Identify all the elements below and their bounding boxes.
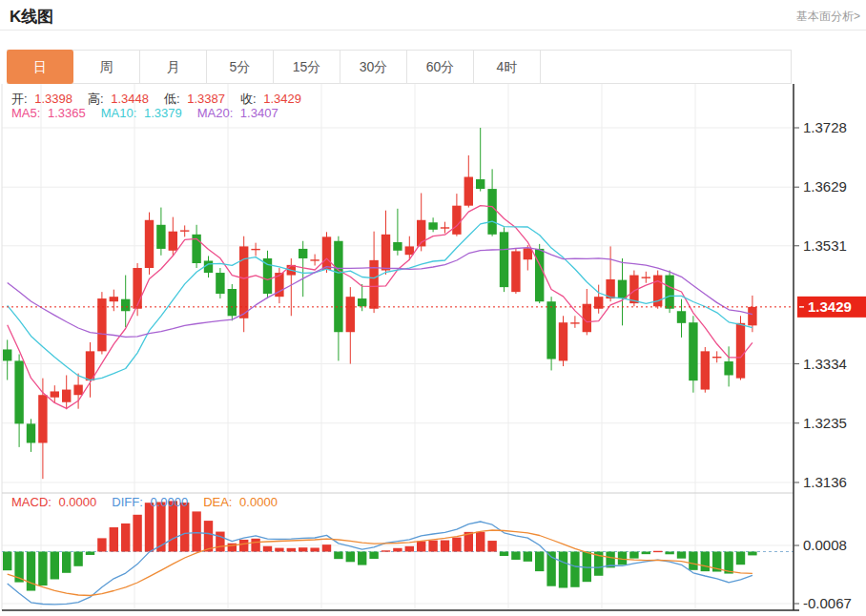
tab-30分[interactable]: 30分	[340, 51, 407, 83]
macd-bar	[476, 532, 485, 552]
candle	[570, 322, 579, 323]
candle	[748, 307, 756, 325]
candle	[216, 273, 224, 294]
macd-bar	[500, 552, 508, 557]
macd-bar	[642, 552, 650, 555]
candle	[500, 232, 508, 287]
macd-bar	[180, 503, 189, 551]
candle	[358, 298, 366, 306]
macd-tick-label: -0.0067	[803, 595, 852, 611]
macd-bar	[145, 503, 154, 551]
candle	[299, 249, 307, 258]
candle	[169, 232, 177, 251]
candle	[524, 248, 532, 259]
period-tabbar: 日周月5分15分30分60分4时	[7, 50, 792, 84]
macd-bar	[405, 546, 414, 552]
macd-bar	[417, 542, 425, 552]
ma10-line	[8, 221, 753, 380]
macd-bar	[192, 511, 200, 551]
macd-bar	[38, 552, 47, 586]
macd-bar	[381, 550, 390, 551]
candle	[441, 227, 449, 228]
ma20-line	[8, 248, 753, 338]
macd-bar	[73, 552, 82, 566]
macd-bar	[3, 552, 11, 571]
candle	[736, 323, 745, 379]
macd-bar	[121, 524, 130, 552]
chart-canvas[interactable]: 1.37281.36291.35311.34291.33341.32351.31…	[0, 84, 866, 616]
tab-月[interactable]: 月	[140, 51, 207, 83]
macd-bar	[689, 552, 697, 570]
macd-bar	[653, 551, 662, 552]
tab-4时[interactable]: 4时	[474, 51, 541, 83]
candle	[535, 249, 544, 301]
tab-周[interactable]: 周	[73, 51, 140, 83]
macd-bar	[27, 552, 35, 591]
macd-bar	[251, 539, 259, 552]
candle	[3, 349, 11, 360]
macd-bar	[428, 541, 437, 552]
macd-bar	[358, 552, 366, 565]
candle	[133, 268, 141, 309]
price-tick-label: 1.3531	[803, 237, 847, 254]
tab-60分[interactable]: 60分	[407, 51, 474, 83]
candle	[724, 361, 732, 375]
macd-bar	[287, 548, 296, 552]
price-tick-label: 1.3136	[803, 474, 847, 490]
price-tick-label: 1.3334	[803, 356, 847, 372]
macd-bar	[275, 548, 283, 552]
title-separator	[0, 30, 866, 31]
candle	[346, 297, 355, 332]
macd-bar	[263, 546, 272, 552]
macd-bar	[322, 544, 331, 551]
macd-bar	[239, 540, 248, 552]
candle	[14, 360, 23, 423]
macd-bar	[393, 548, 402, 552]
candle	[405, 246, 414, 255]
macd-bar	[629, 552, 638, 559]
tab-5分[interactable]: 5分	[207, 51, 274, 83]
macd-bar	[346, 552, 355, 563]
candle	[701, 351, 710, 389]
candle	[393, 242, 402, 251]
candle	[239, 246, 248, 318]
candle	[145, 220, 154, 268]
macd-bar	[748, 552, 756, 556]
macd-bar	[204, 521, 213, 551]
candle	[156, 225, 165, 249]
macd-bar	[334, 552, 342, 560]
candle	[428, 222, 437, 230]
fundamental-analysis-link[interactable]: 基本面分析>	[796, 9, 860, 25]
price-tick-label: 1.3629	[803, 178, 847, 195]
candle	[546, 301, 555, 359]
candle	[51, 391, 59, 397]
last-price-badge-text: 1.3429	[808, 298, 852, 315]
tab-日[interactable]: 日	[7, 50, 73, 84]
macd-bar	[524, 552, 532, 562]
macd-bar	[62, 552, 71, 573]
candle	[322, 236, 331, 270]
candle	[97, 298, 106, 351]
macd-bar	[701, 552, 710, 572]
candle	[476, 179, 485, 189]
candle	[487, 189, 496, 235]
macd-bar	[216, 532, 224, 552]
macd-bar	[535, 552, 544, 572]
candle	[251, 249, 259, 250]
candle	[381, 235, 390, 271]
macd-bar	[570, 552, 579, 587]
page-title: K线图	[10, 6, 53, 28]
macd-bar	[369, 552, 378, 560]
candle	[559, 322, 567, 360]
tab-15分[interactable]: 15分	[274, 51, 340, 83]
macd-bar	[511, 552, 520, 560]
candle	[665, 276, 673, 309]
candle	[677, 311, 686, 323]
price-tick-label: 1.3728	[803, 119, 847, 135]
candle	[583, 304, 591, 333]
macd-bar	[169, 501, 177, 551]
macd-bar	[677, 552, 686, 559]
macd-bar	[310, 547, 319, 551]
candle	[334, 241, 342, 333]
candle	[310, 259, 319, 260]
